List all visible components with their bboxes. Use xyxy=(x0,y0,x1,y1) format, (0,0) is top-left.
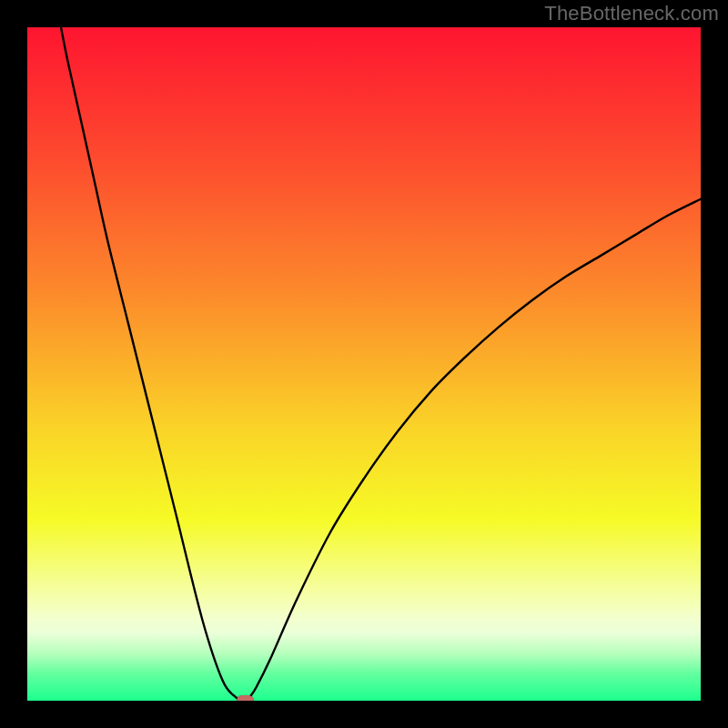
bottleneck-curve xyxy=(27,27,701,701)
watermark-text: TheBottleneck.com xyxy=(544,2,719,25)
chart-frame: TheBottleneck.com xyxy=(0,0,728,728)
optimum-marker xyxy=(237,695,254,701)
plot-area xyxy=(27,27,701,701)
